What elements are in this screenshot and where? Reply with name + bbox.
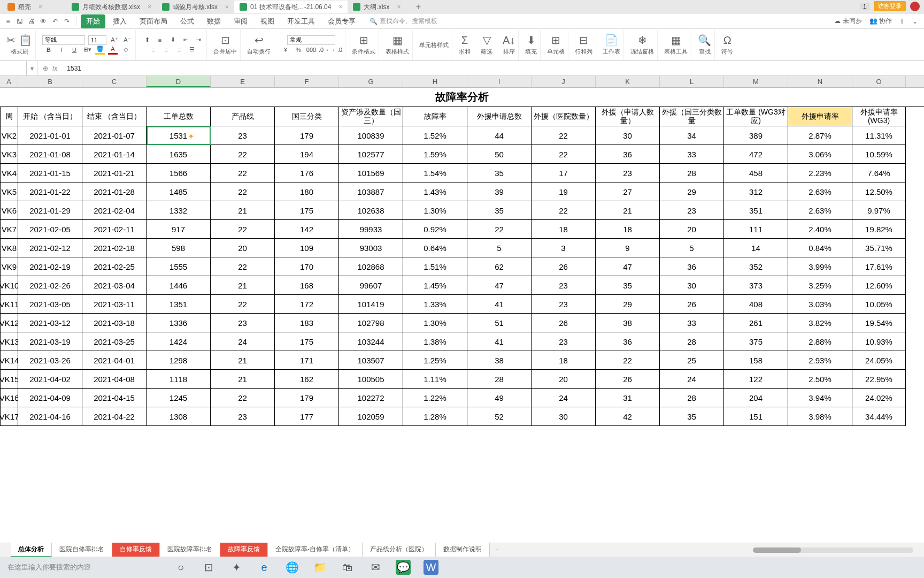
undo-icon[interactable]: ↶ [50,17,60,26]
table-cell[interactable]: 1.11% [403,370,467,389]
font-color-icon[interactable]: A [108,45,118,55]
store-icon[interactable]: 🛍 [340,560,355,575]
table-cell[interactable]: VK8 [0,239,18,257]
table-cell[interactable]: 0.92% [403,220,467,239]
sheet-tab[interactable]: 产品线分析（医院） [363,543,436,557]
table-cell[interactable]: 2.23% [788,164,852,182]
table-cell[interactable]: 1308 [147,407,211,426]
mail-icon[interactable]: ✉ [368,560,383,575]
sum-icon[interactable]: Σ [461,34,468,47]
add-sheet-button[interactable]: + [490,544,504,556]
table-cell[interactable]: 19.82% [852,220,906,239]
symbol-icon[interactable]: Ω [723,34,732,47]
rowscols-icon[interactable]: ⊟ [579,34,588,47]
fill-color-icon[interactable]: 🪣 [95,45,105,55]
sheet-tab[interactable]: 医院故障率排名 [160,543,220,557]
table-cell[interactable]: 22 [532,126,596,145]
indent-inc-icon[interactable]: ⇥ [194,35,203,45]
column-header[interactable]: K [596,76,660,87]
table-cell[interactable]: 2021-03-19 [18,332,82,351]
table-cell[interactable]: 30 [596,126,660,145]
table-cell[interactable]: 33 [660,145,724,164]
table-cell[interactable]: 23 [211,407,275,426]
table-cell[interactable]: 20 [532,370,596,389]
table-cell[interactable]: 38 [467,351,532,370]
table-cell[interactable]: 1.30% [403,201,467,220]
inc-decimal-icon[interactable]: .0→ [319,45,329,55]
comma-icon[interactable]: 000 [306,45,316,55]
table-cell[interactable]: 142 [275,220,339,239]
table-cell[interactable]: 103887 [339,182,403,201]
column-header[interactable]: B [18,76,82,87]
table-cell[interactable]: 351 [724,201,788,220]
table-cell[interactable]: 30 [660,276,724,295]
menu-tab[interactable]: 开始 [81,14,105,28]
table-cell[interactable]: 29 [596,295,660,314]
table-cell[interactable]: 21 [211,276,275,295]
column-header[interactable]: I [467,76,532,87]
table-cell[interactable]: 19 [532,182,596,201]
table-cell[interactable]: 9 [596,239,660,257]
column-header[interactable]: D [147,76,211,87]
table-cell[interactable]: 10.05% [852,295,906,314]
table-cell[interactable]: 103507 [339,351,403,370]
worksheet-icon[interactable]: 📄 [605,34,618,47]
italic-icon[interactable]: I [57,45,66,55]
table-cell[interactable]: 24.05% [852,351,906,370]
wechat-icon[interactable]: 💬 [396,560,411,575]
table-cell[interactable]: 22 [596,351,660,370]
table-cell[interactable]: 18 [596,220,660,239]
table-cell[interactable]: 52 [467,407,532,426]
currency-icon[interactable]: ¥ [281,45,290,55]
table-cell[interactable]: 2021-03-26 [18,351,82,370]
table-cell[interactable]: 5 [467,239,532,257]
align-top-icon[interactable]: ⬆ [142,35,152,45]
table-cell[interactable]: 21 [211,370,275,389]
table-header-cell[interactable]: 故障率 [403,107,467,126]
font-name-combo[interactable] [42,35,85,45]
bold-icon[interactable]: B [44,45,53,55]
wps-icon[interactable]: W [424,560,438,575]
table-cell[interactable]: 170 [275,257,339,276]
save-icon[interactable]: 🖫 [15,17,25,26]
table-cell[interactable]: 2021-03-12 [18,314,82,332]
table-cell[interactable]: 24 [660,370,724,389]
table-cell[interactable]: 2.40% [788,220,852,239]
table-cell[interactable]: 102059 [339,407,403,426]
menu-tab[interactable]: 视图 [255,14,280,28]
table-cell[interactable]: 389 [724,126,788,145]
table-cell[interactable]: 2021-04-01 [82,351,147,370]
table-cell[interactable]: 23 [532,276,596,295]
table-cell[interactable]: 1566 [147,164,211,182]
underline-icon[interactable]: U [70,45,79,55]
table-cell[interactable]: 36 [660,257,724,276]
table-cell[interactable]: 175 [275,332,339,351]
table-cell[interactable]: 158 [724,351,788,370]
table-cell[interactable]: 1.54% [403,164,467,182]
table-cell[interactable]: VK5 [0,182,18,201]
table-cell[interactable]: 0.64% [403,239,467,257]
sheet-tab[interactable]: 总体分析 [11,543,52,557]
table-cell[interactable]: 102868 [339,257,403,276]
table-cell[interactable]: 176 [275,164,339,182]
table-cell[interactable]: 102272 [339,389,403,407]
table-cell[interactable]: 2021-01-21 [82,164,147,182]
table-cell[interactable]: 2021-02-26 [18,276,82,295]
table-cell[interactable]: 30 [532,407,596,426]
table-cell[interactable]: 21 [211,351,275,370]
table-cell[interactable]: 29 [660,182,724,201]
table-cell[interactable]: 2021-04-15 [82,389,147,407]
wrap-icon[interactable]: ↩ [255,34,264,47]
table-cell[interactable]: 175 [275,201,339,220]
table-cell[interactable]: 2021-03-18 [82,314,147,332]
table-cell[interactable]: 19.54% [852,314,906,332]
formula-input[interactable]: 1531 [63,61,924,75]
table-cell[interactable]: VK2 [0,126,18,145]
table-cell[interactable]: 183 [275,314,339,332]
table-cell[interactable]: 22 [467,220,532,239]
table-cell[interactable]: 162 [275,370,339,389]
cut-icon[interactable]: ✂ [6,34,16,47]
table-cell[interactable]: 1531✦ [147,126,211,145]
table-cell[interactable]: 3.82% [788,314,852,332]
table-cell[interactable]: 51 [467,314,532,332]
